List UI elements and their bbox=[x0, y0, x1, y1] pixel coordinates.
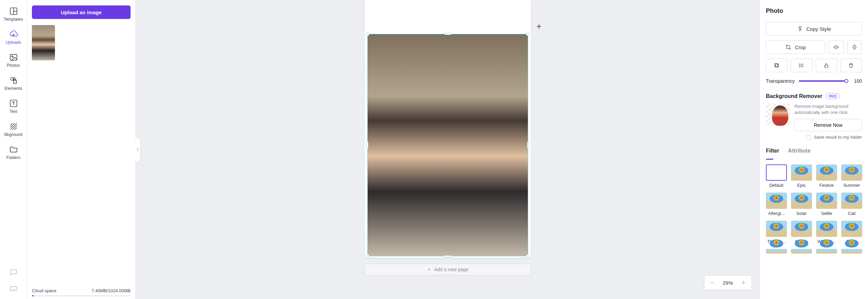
resize-handle-left[interactable] bbox=[366, 141, 368, 149]
crop-button[interactable]: Crop bbox=[766, 40, 825, 54]
filter-more-3[interactable] bbox=[816, 249, 837, 254]
uploads-grid bbox=[27, 25, 135, 60]
text-icon bbox=[9, 99, 18, 108]
filter-solar[interactable]: Solar bbox=[791, 193, 812, 216]
rail-item-text[interactable]: Text bbox=[0, 96, 27, 117]
svg-rect-8 bbox=[10, 287, 17, 291]
crop-label: Crop bbox=[795, 44, 806, 50]
resize-handle-bottom[interactable] bbox=[444, 255, 451, 257]
rail-item-bkground[interactable]: Bkground bbox=[0, 119, 27, 140]
photo-content bbox=[368, 34, 528, 256]
bgremover-description: Remove image background automatically wi… bbox=[794, 103, 862, 116]
save-result-checkbox[interactable] bbox=[806, 135, 811, 140]
resize-handle-bl[interactable] bbox=[366, 254, 369, 258]
resize-handle-br[interactable] bbox=[526, 254, 529, 258]
filter-epic[interactable]: Epic bbox=[791, 164, 812, 188]
svg-rect-3 bbox=[10, 54, 17, 60]
cloud-space-label: Cloud space bbox=[32, 288, 56, 293]
svg-rect-6 bbox=[14, 80, 17, 83]
filter-more-4[interactable] bbox=[841, 249, 862, 254]
lock-button[interactable] bbox=[816, 59, 837, 72]
filter-grid: Default Epic Festive Summer Aftergl... S… bbox=[766, 164, 862, 254]
bgremover-preview bbox=[766, 103, 790, 126]
photos-icon bbox=[9, 53, 18, 62]
resize-handle-right[interactable] bbox=[527, 141, 529, 149]
chat-icon[interactable] bbox=[9, 268, 18, 278]
rail-label: Bkground bbox=[4, 132, 23, 137]
filter-afterglow[interactable]: Aftergl... bbox=[766, 193, 787, 216]
add-page-button-top[interactable] bbox=[534, 22, 544, 31]
selected-image[interactable] bbox=[367, 34, 528, 256]
pro-badge: PRO bbox=[826, 94, 840, 99]
filter-more-1[interactable] bbox=[766, 249, 787, 254]
tab-underline bbox=[766, 159, 773, 160]
cloud-space: Cloud space 7.45MB/1024.00MB bbox=[32, 288, 131, 296]
align-button[interactable] bbox=[791, 59, 812, 72]
rail-bottom bbox=[0, 268, 27, 294]
resize-handle-tl[interactable] bbox=[366, 33, 369, 36]
filter-festive[interactable]: Festive bbox=[816, 164, 837, 188]
save-result-row[interactable]: Save result to my folder bbox=[766, 135, 862, 140]
svg-rect-11 bbox=[775, 64, 778, 67]
rail-label: Elements bbox=[4, 86, 22, 91]
tab-filter[interactable]: Filter bbox=[766, 148, 779, 157]
canvas-page[interactable] bbox=[365, 0, 531, 258]
bgremover-header: Background Remover PRO bbox=[766, 93, 862, 99]
bkground-icon bbox=[9, 122, 18, 131]
svg-rect-13 bbox=[825, 65, 828, 67]
rail-item-templates[interactable]: Templates bbox=[0, 3, 27, 24]
transparency-control: Transparency 100 bbox=[766, 78, 862, 84]
rail-label: Templates bbox=[4, 17, 23, 22]
inspector-title: Photo bbox=[766, 7, 862, 15]
rail-label: Photos bbox=[7, 63, 20, 68]
flip-vertical-button[interactable] bbox=[847, 40, 862, 54]
keyboard-icon[interactable] bbox=[9, 284, 18, 294]
rail-item-photos[interactable]: Photos bbox=[0, 49, 27, 71]
rail-label: Uploads bbox=[6, 40, 21, 45]
left-rail: Templates Uploads Photos Elements Text B… bbox=[0, 0, 27, 299]
filter-selfie[interactable]: Selfie bbox=[816, 193, 837, 216]
add-new-page-button[interactable]: Add a new page bbox=[365, 264, 531, 275]
rail-item-elements[interactable]: Elements bbox=[0, 73, 27, 94]
filter-cali[interactable]: Cali bbox=[841, 193, 862, 216]
canvas-area[interactable]: Add a new page − 29% + bbox=[136, 0, 759, 299]
upload-thumbnail[interactable] bbox=[32, 25, 55, 60]
svg-point-4 bbox=[12, 56, 13, 57]
remove-now-button[interactable]: Remove Now bbox=[794, 119, 862, 131]
zoom-out-button[interactable]: − bbox=[708, 278, 717, 287]
upload-image-button[interactable]: Upload an image bbox=[32, 5, 131, 19]
resize-handle-top[interactable] bbox=[444, 33, 451, 35]
filter-summer[interactable]: Summer bbox=[841, 164, 862, 188]
uploads-icon bbox=[9, 30, 18, 39]
inspector-panel: Photo Copy Style Crop Transparency 100 B… bbox=[759, 0, 868, 299]
transparency-label: Transparency bbox=[766, 78, 795, 84]
transparency-slider[interactable] bbox=[799, 80, 846, 82]
rail-item-folders[interactable]: Folders bbox=[0, 142, 27, 163]
filter-default[interactable]: Default bbox=[766, 164, 787, 188]
delete-button[interactable] bbox=[841, 59, 862, 72]
svg-rect-12 bbox=[775, 63, 778, 66]
filter-more-2[interactable] bbox=[791, 249, 812, 254]
zoom-control: − 29% + bbox=[705, 276, 751, 290]
save-result-label: Save result to my folder bbox=[814, 135, 862, 140]
copy-style-button[interactable]: Copy Style bbox=[766, 22, 862, 36]
zoom-value[interactable]: 29% bbox=[723, 280, 733, 286]
transparency-knob[interactable] bbox=[844, 79, 848, 83]
flip-horizontal-button[interactable] bbox=[829, 40, 844, 54]
resize-handle-tr[interactable] bbox=[526, 33, 529, 36]
zoom-in-button[interactable]: + bbox=[739, 278, 748, 287]
filter-tabs: Filter Attribute bbox=[766, 148, 862, 157]
cloud-space-usage: 7.45MB/1024.00MB bbox=[92, 288, 131, 293]
collapse-right-panel[interactable] bbox=[759, 138, 760, 161]
layer-button[interactable] bbox=[766, 59, 787, 72]
uploads-panel: Upload an image Cloud space 7.45MB/1024.… bbox=[27, 0, 136, 299]
rail-item-uploads[interactable]: Uploads bbox=[0, 26, 27, 47]
rail-label: Folders bbox=[6, 155, 21, 160]
bgremover-title: Background Remover bbox=[766, 93, 822, 99]
elements-icon bbox=[9, 76, 18, 85]
rail-label: Text bbox=[9, 109, 17, 114]
cloud-space-bar bbox=[32, 295, 131, 296]
copy-style-label: Copy Style bbox=[806, 26, 831, 32]
templates-icon bbox=[9, 7, 18, 16]
tab-attribute[interactable]: Attribute bbox=[788, 148, 811, 157]
